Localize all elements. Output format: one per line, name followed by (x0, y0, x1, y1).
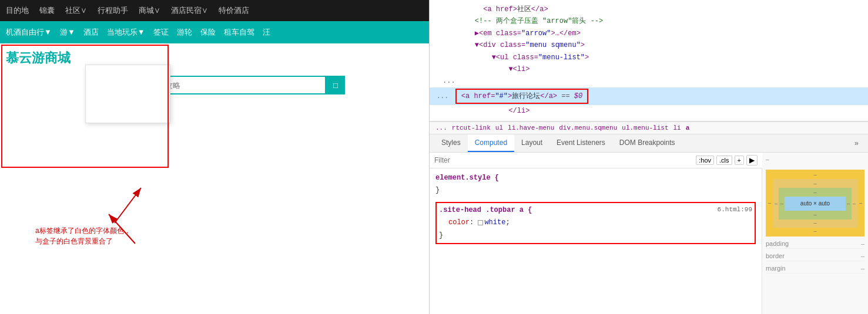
second-navigation: 机酒自由行▼ 游▼ 酒店 当地玩乐▼ 签证 游轮 保险 租车自驾 汪 (0, 21, 429, 43)
second-nav-item-insurance[interactable]: 保险 (200, 27, 216, 38)
second-nav-item-flight[interactable]: 机酒自由行▼ (6, 27, 52, 38)
dropdown-item-2[interactable] (86, 79, 170, 89)
styles-content: element.style { } .site-head .topbar a {… (430, 168, 762, 314)
html-line-6: ▼<li> (437, 63, 861, 75)
tab-styles[interactable]: Styles (434, 134, 468, 152)
nav-item-community[interactable]: 社区∨ (65, 5, 87, 16)
second-nav-item-tour[interactable]: 游▼ (60, 27, 75, 38)
box-model-label: – (766, 156, 864, 163)
dropdown-menu (85, 65, 170, 123)
html-line-close-li: </li> (437, 105, 861, 117)
breadcrumb-rtcut[interactable]: rtcut-link (452, 124, 491, 131)
filter-cls-button[interactable]: .cls (716, 156, 732, 165)
annotation-label: a标签继承了白色的字体颜色， 与盒子的白色背景重合了 (35, 225, 131, 247)
css-rule-element-style: element.style { } (435, 172, 756, 197)
html-line-4: ▼<div class="menu sqmenu"> (437, 39, 861, 51)
breadcrumb-a[interactable]: a (686, 124, 690, 131)
devtools-panel: <a href>社区</a> <!-- 两个盒子压盖 "arrow"箭头 -->… (429, 0, 868, 314)
devtools-tabs: Styles Computed Layout Event Listeners D… (430, 134, 868, 153)
html-line-dots: ... (437, 75, 861, 87)
svg-line-1 (115, 188, 141, 223)
nav-item-mall[interactable]: 商城∨ (139, 5, 160, 16)
box-border: – – – – auto × (773, 179, 857, 228)
filter-record-button[interactable]: ▶ (746, 155, 758, 166)
site-logo: 慕云游商城 (6, 49, 423, 67)
box-row-margin: margin – (766, 264, 864, 274)
second-nav-item-local[interactable]: 当地玩乐▼ (107, 27, 145, 38)
tab-layout[interactable]: Layout (514, 134, 549, 152)
tab-more-button[interactable]: » (850, 136, 863, 150)
css-rule-site-head: .site-head .topbar a { 6.html:99 color: … (435, 202, 756, 245)
breadcrumb-bar: ... rtcut-link ul li.have-menu div.menu.… (430, 121, 868, 134)
second-nav-item-hotel2[interactable]: 酒店 (83, 27, 99, 38)
nav-item-hotel[interactable]: 酒店民宿∨ (171, 5, 208, 16)
box-content: auto × auto (785, 197, 846, 211)
breadcrumb-li-have-menu[interactable]: li.have-menu (508, 124, 554, 131)
filter-input[interactable] (434, 156, 692, 164)
html-line-2: <!-- 两个盒子压盖 "arrow"箭头 --> (437, 15, 861, 27)
box-model-panel: – – – – – – (762, 153, 868, 314)
second-nav-item-visa[interactable]: 签证 (153, 27, 169, 38)
html-line-1: <a href>社区</a> (437, 4, 861, 15)
nav-item-destination[interactable]: 目的地 (6, 5, 29, 16)
styles-panel: :hov .cls + ▶ element.style { } .site-he… (430, 153, 868, 314)
top-navigation: 目的地 锦囊 社区∨ 行程助手 商城∨ 酒店民宿∨ 特价酒店 (0, 0, 429, 21)
box-margin: – – – – – – (766, 170, 864, 237)
html-source-panel: <a href>社区</a> <!-- 两个盒子压盖 "arrow"箭头 -->… (430, 0, 868, 121)
nav-item-discount[interactable]: 特价酒店 (219, 5, 249, 16)
color-swatch-white[interactable] (478, 220, 483, 225)
filter-buttons: :hov .cls + ▶ (696, 155, 758, 166)
html-line-5: ▼<ul class="menu-list"> (437, 52, 861, 63)
tab-computed[interactable]: Computed (468, 134, 514, 152)
html-line-3: ▶<em class="arrow">…</em> (437, 28, 861, 39)
search-button[interactable]: □ (326, 76, 345, 94)
dropdown-item-3[interactable] (86, 89, 170, 98)
second-nav-item-more[interactable]: 汪 (263, 27, 270, 38)
breadcrumb-li[interactable]: li (673, 124, 681, 131)
tab-event-listeners[interactable]: Event Listeners (549, 134, 612, 152)
second-nav-item-car[interactable]: 租车自驾 (224, 27, 254, 38)
main-content-area: 慕云游商城 □ a标签继承了白色的字体颜色， 与盒子的白色背景重合了 (0, 43, 429, 314)
filter-bar: :hov .cls + ▶ (430, 153, 762, 168)
box-padding: – – auto × auto – – (779, 188, 852, 220)
annotation-arrow (0, 109, 423, 314)
breadcrumb-div-menu[interactable]: div.menu.sqmenu (559, 124, 617, 131)
second-nav-item-cruise[interactable]: 游轮 (177, 27, 192, 38)
box-row-padding: padding – (766, 239, 864, 249)
css-origin-link[interactable]: 6.html:99 (718, 204, 752, 217)
breadcrumb-ul-menu-list[interactable]: ul.menu-list (622, 124, 668, 131)
filter-add-button[interactable]: + (735, 156, 744, 165)
box-model-visual: – – – – – – (766, 170, 864, 237)
tab-dom-breakpoints[interactable]: DOM Breakpoints (612, 134, 682, 152)
breadcrumb-ul[interactable]: ul (495, 124, 503, 131)
dropdown-item-1[interactable] (86, 70, 170, 79)
nav-item-trip[interactable]: 行程助手 (98, 5, 128, 16)
box-row-border: border – (766, 251, 864, 261)
browser-panel: 目的地 锦囊 社区∨ 行程助手 商城∨ 酒店民宿∨ 特价酒店 机酒自由行▼ 游▼… (0, 0, 429, 314)
nav-item-jinnang[interactable]: 锦囊 (39, 5, 55, 16)
filter-hov-button[interactable]: :hov (696, 156, 714, 165)
html-line-selected[interactable]: ... <a href="#">旅行论坛</a> == $0 (430, 87, 868, 105)
breadcrumb-dots[interactable]: ... (435, 124, 447, 131)
